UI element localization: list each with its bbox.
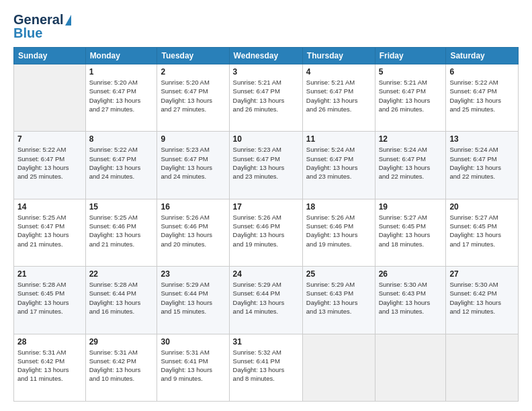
day-number: 17 bbox=[233, 202, 299, 212]
calendar-cell: 30Sunrise: 5:31 AM Sunset: 6:41 PM Dayli… bbox=[157, 334, 229, 401]
calendar-cell bbox=[14, 64, 86, 132]
day-info: Sunrise: 5:31 AM Sunset: 6:42 PM Dayligh… bbox=[89, 348, 154, 383]
calendar-cell: 29Sunrise: 5:31 AM Sunset: 6:42 PM Dayli… bbox=[85, 334, 157, 401]
day-info: Sunrise: 5:24 AM Sunset: 6:47 PM Dayligh… bbox=[449, 145, 515, 181]
day-number: 18 bbox=[306, 202, 371, 212]
day-info: Sunrise: 5:24 AM Sunset: 6:47 PM Dayligh… bbox=[379, 145, 443, 181]
day-number: 20 bbox=[449, 202, 515, 212]
day-number: 25 bbox=[306, 269, 371, 279]
day-number: 9 bbox=[161, 134, 225, 144]
calendar-cell: 20Sunrise: 5:27 AM Sunset: 6:45 PM Dayli… bbox=[446, 199, 519, 266]
calendar-cell: 3Sunrise: 5:21 AM Sunset: 6:47 PM Daylig… bbox=[229, 64, 302, 132]
calendar-header-wednesday: Wednesday bbox=[229, 48, 302, 64]
calendar-cell: 18Sunrise: 5:26 AM Sunset: 6:46 PM Dayli… bbox=[302, 199, 375, 266]
calendar-cell: 28Sunrise: 5:31 AM Sunset: 6:42 PM Dayli… bbox=[14, 334, 86, 401]
day-info: Sunrise: 5:25 AM Sunset: 6:46 PM Dayligh… bbox=[89, 213, 154, 248]
day-number: 6 bbox=[449, 67, 515, 77]
day-info: Sunrise: 5:32 AM Sunset: 6:41 PM Dayligh… bbox=[233, 348, 299, 383]
logo-triangle-icon bbox=[65, 15, 71, 26]
day-number: 11 bbox=[306, 134, 371, 144]
calendar-cell: 13Sunrise: 5:24 AM Sunset: 6:47 PM Dayli… bbox=[446, 132, 519, 199]
day-number: 13 bbox=[449, 134, 515, 144]
day-number: 4 bbox=[306, 67, 371, 77]
calendar-header-saturday: Saturday bbox=[446, 48, 519, 64]
calendar-cell: 9Sunrise: 5:23 AM Sunset: 6:47 PM Daylig… bbox=[157, 132, 229, 199]
calendar-cell: 15Sunrise: 5:25 AM Sunset: 6:46 PM Dayli… bbox=[85, 199, 157, 266]
day-number: 7 bbox=[17, 134, 82, 144]
calendar-week-row: 14Sunrise: 5:25 AM Sunset: 6:47 PM Dayli… bbox=[14, 199, 519, 266]
day-number: 31 bbox=[233, 337, 299, 347]
calendar-cell: 26Sunrise: 5:30 AM Sunset: 6:43 PM Dayli… bbox=[375, 267, 446, 334]
day-info: Sunrise: 5:27 AM Sunset: 6:45 PM Dayligh… bbox=[449, 213, 515, 248]
day-info: Sunrise: 5:22 AM Sunset: 6:47 PM Dayligh… bbox=[89, 145, 154, 181]
day-number: 21 bbox=[17, 269, 82, 279]
day-info: Sunrise: 5:31 AM Sunset: 6:41 PM Dayligh… bbox=[161, 348, 225, 383]
day-info: Sunrise: 5:30 AM Sunset: 6:42 PM Dayligh… bbox=[449, 280, 515, 316]
day-number: 3 bbox=[233, 67, 299, 77]
day-number: 5 bbox=[379, 67, 443, 77]
day-info: Sunrise: 5:25 AM Sunset: 6:47 PM Dayligh… bbox=[17, 213, 82, 248]
day-info: Sunrise: 5:23 AM Sunset: 6:47 PM Dayligh… bbox=[161, 145, 225, 181]
calendar-cell: 1Sunrise: 5:20 AM Sunset: 6:47 PM Daylig… bbox=[85, 64, 157, 132]
day-number: 2 bbox=[161, 67, 225, 77]
day-info: Sunrise: 5:29 AM Sunset: 6:44 PM Dayligh… bbox=[233, 280, 299, 316]
day-info: Sunrise: 5:20 AM Sunset: 6:47 PM Dayligh… bbox=[89, 78, 154, 113]
day-info: Sunrise: 5:28 AM Sunset: 6:44 PM Dayligh… bbox=[89, 280, 154, 316]
calendar-table: SundayMondayTuesdayWednesdayThursdayFrid… bbox=[13, 47, 519, 402]
day-info: Sunrise: 5:30 AM Sunset: 6:43 PM Dayligh… bbox=[379, 280, 443, 316]
day-info: Sunrise: 5:26 AM Sunset: 6:46 PM Dayligh… bbox=[233, 213, 299, 248]
calendar-cell: 25Sunrise: 5:29 AM Sunset: 6:43 PM Dayli… bbox=[302, 267, 375, 334]
day-number: 16 bbox=[161, 202, 225, 212]
day-info: Sunrise: 5:22 AM Sunset: 6:47 PM Dayligh… bbox=[449, 78, 515, 113]
day-number: 23 bbox=[161, 269, 225, 279]
day-info: Sunrise: 5:22 AM Sunset: 6:47 PM Dayligh… bbox=[17, 145, 82, 181]
day-number: 10 bbox=[233, 134, 299, 144]
day-info: Sunrise: 5:21 AM Sunset: 6:47 PM Dayligh… bbox=[306, 78, 371, 113]
calendar-week-row: 21Sunrise: 5:28 AM Sunset: 6:45 PM Dayli… bbox=[14, 267, 519, 334]
calendar-cell: 10Sunrise: 5:23 AM Sunset: 6:47 PM Dayli… bbox=[229, 132, 302, 199]
day-number: 19 bbox=[379, 202, 443, 212]
page: General Blue SundayMondayTuesdayWednesda… bbox=[0, 0, 532, 411]
calendar-cell: 19Sunrise: 5:27 AM Sunset: 6:45 PM Dayli… bbox=[375, 199, 446, 266]
day-number: 8 bbox=[89, 134, 154, 144]
calendar-cell: 22Sunrise: 5:28 AM Sunset: 6:44 PM Dayli… bbox=[85, 267, 157, 334]
day-info: Sunrise: 5:23 AM Sunset: 6:47 PM Dayligh… bbox=[233, 145, 299, 181]
calendar-header-row: SundayMondayTuesdayWednesdayThursdayFrid… bbox=[14, 48, 519, 64]
day-number: 27 bbox=[449, 269, 515, 279]
logo-blue: Blue bbox=[13, 26, 42, 40]
calendar-cell: 17Sunrise: 5:26 AM Sunset: 6:46 PM Dayli… bbox=[229, 199, 302, 266]
day-info: Sunrise: 5:26 AM Sunset: 6:46 PM Dayligh… bbox=[306, 213, 371, 248]
day-info: Sunrise: 5:26 AM Sunset: 6:46 PM Dayligh… bbox=[161, 213, 225, 248]
day-number: 24 bbox=[233, 269, 299, 279]
calendar-header-friday: Friday bbox=[375, 48, 446, 64]
calendar-cell bbox=[446, 334, 519, 401]
calendar-cell: 24Sunrise: 5:29 AM Sunset: 6:44 PM Dayli… bbox=[229, 267, 302, 334]
logo-general: General bbox=[13, 12, 63, 27]
calendar-cell: 21Sunrise: 5:28 AM Sunset: 6:45 PM Dayli… bbox=[14, 267, 86, 334]
day-info: Sunrise: 5:29 AM Sunset: 6:44 PM Dayligh… bbox=[161, 280, 225, 316]
day-info: Sunrise: 5:20 AM Sunset: 6:47 PM Dayligh… bbox=[161, 78, 225, 113]
logo: General Blue bbox=[13, 12, 71, 40]
calendar-header-thursday: Thursday bbox=[302, 48, 375, 64]
calendar-header-tuesday: Tuesday bbox=[157, 48, 229, 64]
calendar-header-sunday: Sunday bbox=[14, 48, 86, 64]
calendar-cell: 8Sunrise: 5:22 AM Sunset: 6:47 PM Daylig… bbox=[85, 132, 157, 199]
calendar-cell: 11Sunrise: 5:24 AM Sunset: 6:47 PM Dayli… bbox=[302, 132, 375, 199]
day-info: Sunrise: 5:31 AM Sunset: 6:42 PM Dayligh… bbox=[17, 348, 82, 383]
calendar-week-row: 1Sunrise: 5:20 AM Sunset: 6:47 PM Daylig… bbox=[14, 64, 519, 132]
day-number: 29 bbox=[89, 337, 154, 347]
day-info: Sunrise: 5:29 AM Sunset: 6:43 PM Dayligh… bbox=[306, 280, 371, 316]
calendar-cell: 2Sunrise: 5:20 AM Sunset: 6:47 PM Daylig… bbox=[157, 64, 229, 132]
calendar-cell: 6Sunrise: 5:22 AM Sunset: 6:47 PM Daylig… bbox=[446, 64, 519, 132]
calendar-cell: 27Sunrise: 5:30 AM Sunset: 6:42 PM Dayli… bbox=[446, 267, 519, 334]
day-info: Sunrise: 5:21 AM Sunset: 6:47 PM Dayligh… bbox=[233, 78, 299, 113]
calendar-cell: 5Sunrise: 5:21 AM Sunset: 6:47 PM Daylig… bbox=[375, 64, 446, 132]
calendar-cell: 7Sunrise: 5:22 AM Sunset: 6:47 PM Daylig… bbox=[14, 132, 86, 199]
day-info: Sunrise: 5:24 AM Sunset: 6:47 PM Dayligh… bbox=[306, 145, 371, 181]
day-number: 28 bbox=[17, 337, 82, 347]
calendar-cell: 14Sunrise: 5:25 AM Sunset: 6:47 PM Dayli… bbox=[14, 199, 86, 266]
calendar-cell: 16Sunrise: 5:26 AM Sunset: 6:46 PM Dayli… bbox=[157, 199, 229, 266]
calendar-cell: 23Sunrise: 5:29 AM Sunset: 6:44 PM Dayli… bbox=[157, 267, 229, 334]
header: General Blue bbox=[13, 12, 519, 40]
day-info: Sunrise: 5:27 AM Sunset: 6:45 PM Dayligh… bbox=[379, 213, 443, 248]
